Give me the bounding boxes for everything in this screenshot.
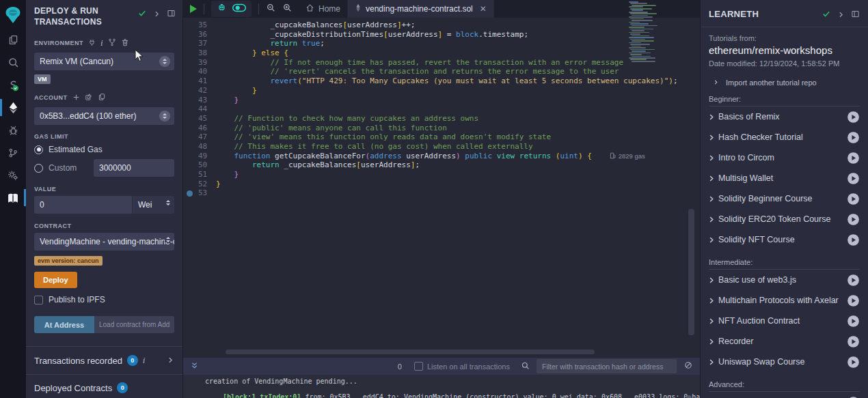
file-explorer-icon[interactable]: [0, 29, 26, 51]
info-icon[interactable]: i: [143, 355, 146, 366]
play-tutorial-icon[interactable]: [847, 274, 860, 287]
tab-vending-machine-contract[interactable]: vending-machine-contract.sol ✕: [348, 0, 494, 18]
code-line-50[interactable]: 50 return _cupcakeBalances[userAddress];: [183, 160, 700, 170]
tab-home[interactable]: Home: [299, 0, 348, 18]
remix-logo-icon[interactable]: [0, 1, 26, 29]
trash-icon[interactable]: [121, 37, 129, 49]
tutorial-item[interactable]: Solidity Beginner Course: [709, 188, 860, 209]
pin-panel-icon[interactable]: [851, 9, 860, 21]
custom-gas-radio[interactable]: [34, 164, 43, 173]
play-tutorial-icon[interactable]: [847, 193, 860, 205]
environment-select[interactable]: Remix VM (Cancun): [34, 53, 174, 70]
code-line-43[interactable]: 43 }: [183, 96, 700, 105]
ai-copilot-icon[interactable]: [217, 3, 227, 15]
chevron-right-icon[interactable]: [153, 8, 161, 20]
select-stepper-icon[interactable]: [159, 56, 170, 67]
deploy-button[interactable]: Deploy: [34, 272, 77, 288]
value-unit-select[interactable]: Wei: [132, 196, 174, 214]
tutorial-item[interactable]: Recorder: [709, 331, 860, 352]
code-line-49[interactable]: 49 function getCupcakeBalanceFor(address…: [183, 152, 700, 161]
code-line-51[interactable]: 51 }: [183, 170, 700, 180]
tutorial-item[interactable]: Basic use of web3.js: [709, 270, 860, 290]
tutorial-item[interactable]: Uniswap Swap Course: [709, 352, 860, 372]
breakpoint-dot[interactable]: [187, 190, 193, 197]
tutorial-item[interactable]: Multichain Protocols with Axelar: [709, 290, 860, 311]
plug-icon[interactable]: [88, 37, 96, 49]
code-line-36[interactable]: 36 _cupcakeDistributionTimes[userAddress…: [183, 30, 700, 40]
tutorial-item[interactable]: Solidity ERC20 Token Course: [709, 209, 860, 229]
select-stepper-icon[interactable]: [159, 111, 170, 122]
tutorial-item[interactable]: All about Proxy Contracts: [709, 392, 860, 398]
clear-console-icon[interactable]: [683, 360, 693, 373]
search-icon[interactable]: [0, 51, 26, 74]
tutorial-item[interactable]: Hash Checker Tutorial: [709, 127, 860, 147]
play-tutorial-icon[interactable]: [847, 172, 860, 185]
play-tutorial-icon[interactable]: [847, 131, 860, 144]
collapse-terminal-icon[interactable]: [190, 360, 199, 373]
minimap[interactable]: [629, 1, 657, 63]
chevron-right-icon[interactable]: [837, 9, 845, 21]
run-script-button[interactable]: [190, 5, 197, 13]
editor-vertical-scrollbar[interactable]: [688, 209, 694, 335]
tutorial-item[interactable]: Multisig Wallet: [709, 168, 860, 188]
terminal-output[interactable]: creation of VendingMachine pending... [b…: [183, 375, 700, 398]
code-line-40[interactable]: 40 // 'revert' cancels the transaction a…: [183, 67, 700, 76]
play-tutorial-icon[interactable]: [847, 335, 860, 348]
deployed-contracts-section[interactable]: Deployed Contracts 0: [26, 374, 182, 398]
copy-icon[interactable]: [98, 91, 106, 104]
listen-all-checkbox[interactable]: [414, 362, 423, 371]
plugin-manager-icon[interactable]: [0, 164, 26, 186]
value-input[interactable]: [34, 196, 132, 214]
terminal-scrollbar[interactable]: [686, 395, 692, 398]
chevron-right-icon[interactable]: [167, 354, 174, 367]
at-address-input[interactable]: [94, 316, 174, 333]
contract-select[interactable]: VendingMachine - vending-machine-contrac…: [34, 233, 174, 251]
play-tutorial-icon[interactable]: [847, 152, 860, 165]
code-editor[interactable]: 35 _cupcakeBalances[userAddress]++;36 _c…: [183, 18, 700, 358]
code-line-45[interactable]: 45 // Function to check how many cupcake…: [183, 114, 700, 124]
code-line-53[interactable]: 53: [183, 188, 700, 198]
learneth-icon[interactable]: [0, 186, 26, 209]
account-select[interactable]: 0x5B3...eddC4 (100 ether): [34, 107, 174, 125]
source-control-icon[interactable]: [0, 141, 26, 164]
code-line-39[interactable]: 39 // If not enough time has passed, rev…: [183, 58, 700, 68]
plus-icon[interactable]: [72, 91, 80, 104]
zoom-out-icon[interactable]: [266, 3, 275, 15]
code-line-35[interactable]: 35 _cupcakeBalances[userAddress]++;: [183, 20, 700, 30]
play-tutorial-icon[interactable]: [847, 356, 860, 369]
code-line-37[interactable]: 37 return true;: [183, 39, 700, 48]
at-address-button[interactable]: At Address: [34, 316, 94, 333]
import-tutorial-repo[interactable]: Import another tutorial repo: [713, 79, 860, 87]
publish-ipfs-checkbox[interactable]: [34, 296, 43, 304]
tutorial-item[interactable]: NFT Auction Contract: [709, 311, 860, 331]
code-line-48[interactable]: 48 // This makes it free to call (no gas…: [183, 142, 700, 152]
tutorial-item[interactable]: Intro to Circom: [709, 147, 860, 168]
play-tutorial-icon[interactable]: [847, 294, 860, 307]
zoom-in-icon[interactable]: [282, 3, 292, 15]
custom-gas-input[interactable]: [94, 159, 174, 177]
tutorial-item[interactable]: Solidity NFT Course: [709, 229, 860, 250]
estimated-gas-radio[interactable]: [34, 145, 43, 154]
edit-icon[interactable]: [85, 91, 93, 104]
code-line-47[interactable]: 47 // 'view' means this function only re…: [183, 132, 700, 142]
play-tutorial-icon[interactable]: [847, 213, 860, 226]
close-tab-icon[interactable]: ✕: [480, 4, 487, 14]
debugger-icon[interactable]: [0, 119, 26, 141]
terminal-filter-input[interactable]: [537, 359, 677, 373]
deploy-run-icon[interactable]: [0, 96, 26, 119]
code-line-52[interactable]: 52}: [183, 180, 700, 189]
info-icon[interactable]: i: [100, 38, 103, 48]
play-tutorial-icon[interactable]: [847, 233, 860, 246]
editor-horizontal-scrollbar[interactable]: [226, 350, 595, 354]
copilot-toggle[interactable]: [232, 3, 246, 15]
transactions-recorded-section[interactable]: Transactions recorded 0 i: [26, 346, 182, 374]
code-line-41[interactable]: 41 revert("HTTP 429: Too Many Cupcakes (…: [183, 76, 700, 86]
code-line-42[interactable]: 42 }: [183, 86, 700, 96]
tutorial-item[interactable]: Basics of Remix: [709, 106, 860, 127]
play-tutorial-icon[interactable]: [847, 396, 860, 398]
code-line-44[interactable]: 44: [183, 104, 700, 114]
play-tutorial-icon[interactable]: [847, 315, 860, 328]
code-line-38[interactable]: 38 } else {: [183, 48, 700, 58]
solidity-compiler-icon[interactable]: [0, 74, 26, 96]
fork-icon[interactable]: [108, 37, 116, 49]
